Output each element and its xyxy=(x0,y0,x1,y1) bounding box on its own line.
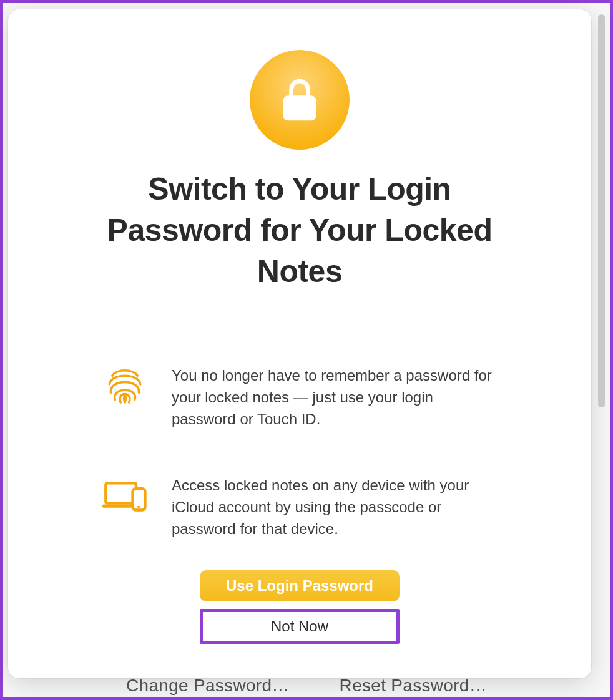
lock-icon xyxy=(250,50,350,150)
feature-list: You no longer have to remember a passwor… xyxy=(100,364,499,540)
dialog-content: Switch to Your Login Password for Your L… xyxy=(8,9,591,545)
svg-rect-3 xyxy=(137,506,140,508)
bg-reset-password-button[interactable]: Reset Password… xyxy=(340,676,487,696)
annotated-frame: Change Password… Reset Password… Switch … xyxy=(0,0,613,700)
scrollbar[interactable] xyxy=(598,14,605,407)
feature-item: You no longer have to remember a passwor… xyxy=(100,364,499,430)
not-now-highlight: Not Now xyxy=(200,609,400,644)
not-now-button[interactable]: Not Now xyxy=(203,612,396,641)
fingerprint-icon xyxy=(100,364,150,407)
devices-icon xyxy=(100,474,150,517)
feature-text: You no longer have to remember a passwor… xyxy=(172,364,499,430)
feature-text: Access locked notes on any device with y… xyxy=(172,474,499,540)
feature-item: Access locked notes on any device with y… xyxy=(100,474,499,540)
bg-change-password-button[interactable]: Change Password… xyxy=(126,676,290,696)
background-buttons-row: Change Password… Reset Password… xyxy=(3,676,610,696)
use-login-password-button[interactable]: Use Login Password xyxy=(200,570,400,601)
dialog-title: Switch to Your Login Password for Your L… xyxy=(87,168,512,292)
dialog-sheet: Switch to Your Login Password for Your L… xyxy=(8,9,591,678)
dialog-actions: Use Login Password Not Now xyxy=(8,545,591,678)
